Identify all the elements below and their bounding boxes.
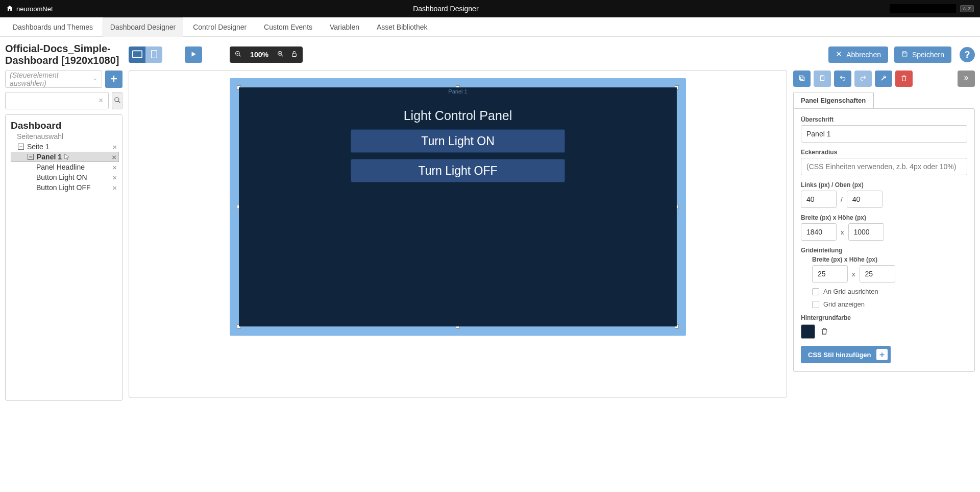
delete-button[interactable] — [895, 71, 913, 87]
input-ueberschrift[interactable] — [801, 125, 967, 143]
settings-button[interactable] — [875, 71, 892, 87]
panel-surface[interactable]: Panel 1 Light Control Panel Turn Light O… — [239, 87, 677, 326]
separator-slash: / — [841, 196, 843, 203]
control-select[interactable]: (Steuerelement auswählen) — [5, 71, 102, 88]
undo-button[interactable] — [834, 71, 851, 87]
separator-x: x — [852, 270, 855, 278]
redo-button[interactable] — [854, 71, 872, 87]
save-label: Speichern — [912, 51, 944, 59]
portrait-icon — [149, 50, 159, 60]
page-title: Official-Docs_Simple-Dashboard [1920x108… — [5, 43, 122, 66]
tree-node-label: Button Light OFF — [36, 183, 91, 192]
label-breite-hoehe: Breite (px) x Höhe (px) — [801, 214, 967, 221]
label-hintergrundfarbe: Hintergrundfarbe — [801, 314, 967, 321]
collapse-panel-button[interactable] — [958, 71, 975, 87]
add-css-style-button[interactable]: CSS Stil hinzufügen ＋ — [801, 346, 891, 363]
properties-form: Überschrift Eckenradius Links (px) / Obe… — [793, 108, 975, 372]
collapse-icon[interactable]: − — [18, 144, 24, 150]
tree-node-panel-headline[interactable]: Panel Headline × — [11, 162, 119, 172]
canvas-button-light-on[interactable]: Turn Light ON — [351, 129, 565, 153]
delete-node-icon[interactable]: × — [110, 163, 119, 172]
cursor-icon — [64, 153, 70, 160]
tree-node-seite-1[interactable]: − Seite 1 × — [11, 142, 119, 152]
save-button[interactable]: Speichern — [894, 46, 951, 63]
collapse-icon[interactable]: − — [28, 154, 34, 160]
tab-panel-eigenschaften[interactable]: Panel Eigenschaften — [794, 92, 873, 108]
clear-color-button[interactable] — [820, 327, 828, 337]
canvas-frame: Panel 1 Light Control Panel Turn Light O… — [129, 71, 787, 397]
properties-panel: Panel Eigenschaften Überschrift Eckenrad… — [793, 71, 975, 372]
orientation-toggle — [129, 46, 162, 63]
zoom-in-icon[interactable] — [277, 51, 284, 59]
checkbox-icon — [812, 288, 819, 295]
paste-icon — [819, 75, 826, 83]
unlock-icon[interactable] — [291, 51, 298, 59]
tree-node-panel-1[interactable]: − Panel 1 × — [11, 152, 119, 162]
zoom-value: 100% — [249, 51, 270, 59]
zoom-out-icon[interactable] — [235, 51, 241, 59]
tab-dashboards-themes[interactable]: Dashboards und Themes — [5, 17, 101, 36]
checkbox-grid-snap[interactable]: An Grid ausrichten — [812, 288, 967, 295]
svg-point-11 — [114, 97, 118, 101]
trash-icon — [900, 75, 908, 83]
clear-search-icon[interactable]: × — [96, 96, 105, 105]
paste-button[interactable] — [814, 71, 831, 87]
input-top[interactable] — [847, 191, 883, 208]
checkbox-grid-show[interactable]: Grid anzeigen — [812, 300, 967, 308]
tree-node-button-light-off[interactable]: Button Light OFF × — [11, 182, 119, 193]
tab-dashboard-designer[interactable]: Dashboard Designer — [103, 17, 183, 37]
svg-rect-14 — [799, 76, 803, 79]
stage[interactable]: Panel 1 Light Control Panel Turn Light O… — [230, 78, 686, 336]
landscape-icon — [132, 50, 142, 60]
zoom-control: 100% — [230, 46, 303, 63]
tree-node-button-light-on[interactable]: Button Light ON × — [11, 172, 119, 182]
tree-node-label: Panel 1 — [37, 153, 62, 161]
language-switch[interactable]: A|Z — [960, 5, 974, 12]
preview-button[interactable] — [185, 46, 202, 63]
input-left[interactable] — [801, 191, 837, 208]
search-button[interactable] — [112, 92, 122, 109]
svg-rect-16 — [821, 75, 823, 76]
svg-rect-9 — [292, 54, 297, 56]
cancel-button[interactable]: Abbrechen — [828, 46, 888, 63]
delete-node-icon[interactable]: × — [110, 183, 119, 192]
search-icon — [114, 97, 121, 105]
control-select-placeholder: (Steuerelement auswählen) — [10, 71, 92, 87]
window-title: Dashboard Designer — [2, 5, 890, 13]
chevron-double-right-icon — [963, 75, 970, 83]
search-input-wrap: × — [5, 92, 109, 109]
tab-variablen[interactable]: Variablen — [322, 17, 367, 36]
tree-subtitle: Seitenauswahl — [17, 132, 119, 140]
input-grid-height[interactable] — [860, 265, 895, 283]
copy-button[interactable] — [793, 71, 811, 87]
add-control-button[interactable] — [105, 71, 122, 88]
undo-icon — [839, 75, 846, 83]
tab-asset-bibliothek[interactable]: Asset Bibliothek — [369, 17, 435, 36]
search-input[interactable] — [9, 97, 96, 105]
top-bar: neuroomNet Dashboard Designer A|Z — [0, 0, 980, 17]
tree-node-label: Seite 1 — [27, 143, 50, 151]
label-grid-bh: Breite (px) x Höhe (px) — [812, 256, 967, 263]
tree-panel: Dashboard Seitenauswahl − Seite 1 × − Pa… — [5, 114, 122, 401]
color-swatch[interactable] — [801, 324, 815, 339]
input-width[interactable] — [801, 223, 837, 241]
orientation-portrait[interactable] — [145, 46, 162, 63]
input-eckenradius[interactable] — [801, 158, 967, 175]
input-height[interactable] — [848, 223, 884, 241]
plus-icon — [109, 74, 118, 85]
input-grid-width[interactable] — [812, 265, 848, 283]
help-button[interactable]: ? — [960, 47, 975, 62]
delete-node-icon[interactable]: × — [110, 153, 118, 161]
delete-node-icon[interactable]: × — [110, 143, 119, 151]
help-icon: ? — [965, 50, 970, 60]
checkbox-label: An Grid ausrichten — [823, 288, 878, 295]
tab-custom-events[interactable]: Custom Events — [256, 17, 320, 36]
toolbar: Official-Docs_Simple-Dashboard [1920x108… — [0, 37, 980, 71]
label-eckenradius: Eckenradius — [801, 149, 967, 156]
canvas-button-light-off[interactable]: Turn Light OFF — [351, 159, 565, 182]
trash-icon — [820, 329, 828, 337]
user-blackbox — [890, 4, 956, 13]
orientation-landscape[interactable] — [129, 46, 145, 63]
delete-node-icon[interactable]: × — [110, 173, 119, 182]
tab-control-designer[interactable]: Control Designer — [185, 17, 254, 36]
